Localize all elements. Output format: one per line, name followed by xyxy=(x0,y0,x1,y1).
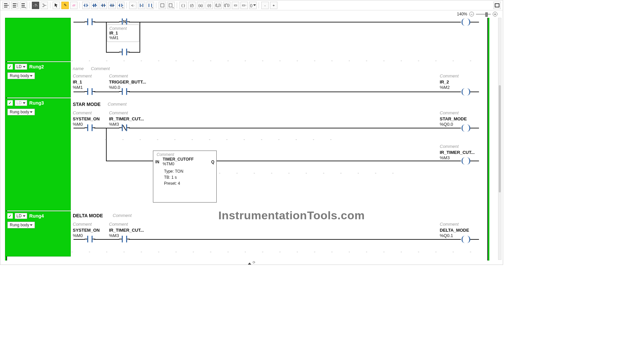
comment-placeholder[interactable]: Comment xyxy=(91,66,110,71)
op2-icon[interactable]: ▭· xyxy=(240,2,248,9)
xic-icon[interactable]: x xyxy=(138,2,145,9)
coil-nc-icon[interactable]: (/) xyxy=(188,2,196,9)
coil-r-icon[interactable]: (r) xyxy=(206,2,213,9)
tag-name[interactable]: IR_2 xyxy=(440,79,449,84)
rung-body-select[interactable]: Rung body xyxy=(7,222,35,228)
block-icon[interactable] xyxy=(159,2,166,9)
rung-body-select[interactable]: Rung body xyxy=(7,109,35,115)
coil-menu-icon[interactable]: () xyxy=(249,2,257,9)
rung-menu-icon[interactable] xyxy=(20,2,27,9)
tag-name[interactable]: IR_TIMER_CUT... xyxy=(440,150,475,155)
coil-s-icon[interactable]: (s) xyxy=(197,2,204,9)
n-contact-icon[interactable]: N xyxy=(108,2,116,9)
tag-name[interactable]: DELTA_MODE xyxy=(440,228,469,233)
coil-icon[interactable]: ( ) xyxy=(179,2,187,9)
tag-comment[interactable]: Comment xyxy=(440,144,459,149)
contact-no[interactable] xyxy=(85,124,95,131)
draw-icon[interactable]: ✎ xyxy=(61,2,69,9)
branch-icon[interactable] xyxy=(41,2,48,9)
xic-menu-icon[interactable] xyxy=(147,2,154,9)
zoom-out-icon[interactable]: − xyxy=(469,12,474,16)
add-icon[interactable]: + xyxy=(270,2,277,9)
svg-text:x: x xyxy=(141,4,142,7)
coil[interactable] xyxy=(461,124,471,132)
rung-type-select[interactable]: LD xyxy=(15,64,27,70)
tag-name[interactable]: SYSTEM_ON xyxy=(73,116,100,121)
rung-body-select[interactable]: Rung body xyxy=(7,72,35,79)
tag-comment[interactable]: Comment xyxy=(440,73,459,78)
footer-expand[interactable]: ⟳ xyxy=(0,261,503,265)
rung-type-select[interactable]: LD xyxy=(15,100,27,106)
section-title[interactable]: STAR MODE xyxy=(73,102,101,107)
zoom-value: 140% xyxy=(457,12,467,16)
svg-rect-5 xyxy=(495,4,499,7)
tag-addr: %Q0.0 xyxy=(440,122,453,127)
block-menu-icon[interactable] xyxy=(167,2,175,9)
zoom-slider[interactable] xyxy=(476,14,491,15)
contact-nc[interactable] xyxy=(119,124,129,131)
zoom-in-icon[interactable]: + xyxy=(493,12,497,16)
op-icon[interactable]: ▭ xyxy=(232,2,239,9)
tag-comment[interactable]: Comment xyxy=(440,222,459,227)
section-title[interactable]: DELTA MODE xyxy=(73,213,103,218)
tag-comment[interactable]: Comment xyxy=(109,222,128,227)
coil[interactable] xyxy=(461,18,471,26)
tag-comment[interactable]: Comment xyxy=(73,73,92,78)
tag-name: TIMER_CUTOFF xyxy=(159,157,216,162)
contact-no[interactable] xyxy=(85,18,95,25)
rung-enable-check[interactable]: ✓ xyxy=(7,100,13,106)
rung-after-icon[interactable] xyxy=(11,2,18,9)
contact-no[interactable] xyxy=(119,49,129,55)
ladder-canvas[interactable]: Comment IR_1 %M1 - - - - - - - - - - - -… xyxy=(71,18,497,261)
erase-icon[interactable]: ▱ xyxy=(70,2,77,9)
rung-title: Rung4 xyxy=(29,213,44,219)
comment-dark-icon[interactable]: -?- xyxy=(32,2,39,9)
name-placeholder[interactable]: name xyxy=(73,66,84,71)
tag-name[interactable]: IR_1 xyxy=(73,79,82,84)
contact-no[interactable] xyxy=(85,88,95,95)
tag-comment[interactable]: Comment xyxy=(73,222,92,227)
rung-header-4[interactable]: ✓ LD Rung4 Rung body xyxy=(5,211,71,257)
rung-header-0[interactable] xyxy=(5,18,71,61)
vertical-scrollbar[interactable] xyxy=(498,18,501,260)
pointer-icon[interactable] xyxy=(53,2,60,9)
coil-u-icon[interactable]: (⋃) xyxy=(214,2,222,9)
tag-box[interactable]: Comment IR_1 %M1 xyxy=(107,24,139,42)
rung-type-select[interactable]: LD xyxy=(15,213,27,219)
rung-header-2[interactable]: ✓ LD Rung2 Rung body xyxy=(5,62,71,98)
fullscreen-icon[interactable] xyxy=(493,2,501,9)
coil-d-icon[interactable]: (⋂) xyxy=(223,2,230,9)
remove-icon[interactable]: - xyxy=(261,2,269,9)
contact-n-edge[interactable] xyxy=(119,18,129,25)
rung-header-3[interactable]: ✓ LD Rung3 Rung body xyxy=(5,98,71,211)
comment-placeholder[interactable]: Comment xyxy=(108,102,126,107)
tag-name[interactable]: SYSTEM_ON xyxy=(73,228,100,233)
tag-comment[interactable]: Comment xyxy=(440,110,459,115)
tag-addr: %Q0.1 xyxy=(440,233,453,238)
compare-icon[interactable]: <· xyxy=(129,2,137,9)
contact-no[interactable] xyxy=(119,88,129,95)
tag-name[interactable]: STAR_MODE xyxy=(440,116,467,121)
tag-name: IR_1 xyxy=(109,31,137,36)
rung-before-icon[interactable] xyxy=(2,2,10,9)
tag-name[interactable]: TRIGGER_BUTT... xyxy=(109,79,146,84)
tag-name[interactable]: IR_TIMER_CUT... xyxy=(109,116,144,121)
coil[interactable] xyxy=(461,88,471,96)
contact-menu-icon[interactable] xyxy=(117,2,124,9)
contact-no[interactable] xyxy=(119,236,129,242)
rung-enable-check[interactable]: ✓ xyxy=(7,64,13,69)
timer-block[interactable]: IN Q Comment TIMER_CUTOFF %TM0 Type: TON… xyxy=(153,151,217,203)
tag-comment[interactable]: Comment xyxy=(109,73,128,78)
coil[interactable] xyxy=(461,236,471,243)
nc-contact-icon[interactable] xyxy=(91,2,98,9)
comment-placeholder[interactable]: Comment xyxy=(113,213,131,218)
contact-no[interactable] xyxy=(85,236,95,242)
tag-comment[interactable]: Comment xyxy=(73,110,92,115)
rung-enable-check[interactable]: ✓ xyxy=(7,213,13,219)
tag-name[interactable]: IR_TIMER_CUT... xyxy=(109,228,144,233)
no-contact-icon[interactable] xyxy=(82,2,90,9)
tag-comment[interactable]: Comment xyxy=(109,110,128,115)
coil[interactable] xyxy=(461,157,471,165)
p-contact-icon[interactable]: P xyxy=(100,2,107,9)
tag-addr: %M3 xyxy=(109,233,119,238)
